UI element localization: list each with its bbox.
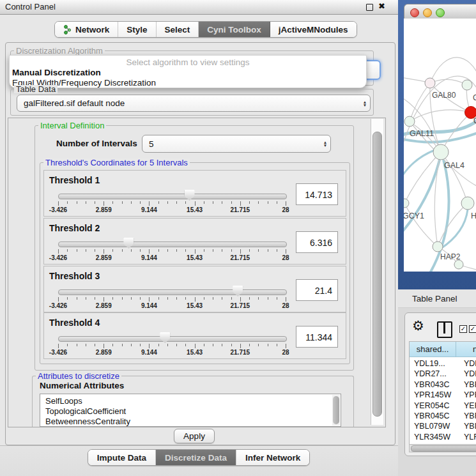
- algorithm-dropdown-popup: Select algorithm to view settings Manual…: [9, 55, 367, 88]
- vertical-scrollbar-thumb[interactable]: [372, 132, 382, 417]
- table-row[interactable]: YDR27...: [414, 369, 447, 378]
- table-row[interactable]: YDL19...: [414, 359, 445, 368]
- attribute-item-selfloops[interactable]: SelfLoops: [45, 396, 82, 406]
- column-header-name[interactable]: n: [456, 342, 476, 357]
- table-row[interactable]: YBR043C: [414, 380, 450, 389]
- apply-button[interactable]: Apply: [174, 429, 215, 443]
- spinner-arrows-icon: ▲▼: [320, 141, 330, 147]
- slider-track[interactable]: [58, 194, 287, 199]
- table-row[interactable]: YPR145W: [414, 390, 451, 399]
- tab-discretize-data[interactable]: Discretize Data: [156, 450, 236, 465]
- list-scrollbar-thumb[interactable]: [333, 396, 339, 424]
- tab-network[interactable]: Network: [55, 22, 118, 37]
- tick-mark: [95, 201, 95, 204]
- dropdown-option-equal-width-frequency[interactable]: Equal Width/Frequency Discretization: [12, 78, 362, 88]
- tick-mark: [95, 249, 95, 252]
- list-scrollbar-track[interactable]: [332, 395, 340, 426]
- table-row[interactable]: YDL1: [464, 359, 476, 368]
- gear-icon[interactable]: ⚙: [412, 318, 424, 334]
- table-data-combobox[interactable]: galFiltered.sif default node ▲▼: [17, 95, 371, 112]
- table-row[interactable]: YER054C: [414, 401, 450, 410]
- threshold-value-field[interactable]: 14.713: [296, 183, 338, 205]
- network-node[interactable]: [454, 260, 463, 269]
- tab-impute-data[interactable]: Impute Data: [88, 450, 156, 465]
- threshold-value-field[interactable]: 6.316: [296, 231, 338, 253]
- tick-mark: [112, 249, 113, 252]
- tick-mark: [277, 297, 277, 300]
- threshold-value-field[interactable]: 11.344: [296, 326, 338, 348]
- checked-checkbox-icon[interactable]: ✓: [459, 325, 467, 333]
- dropdown-option-manual-discretization[interactable]: Manual Discretization: [12, 68, 362, 77]
- slider-track[interactable]: [58, 289, 287, 295]
- split-columns-icon[interactable]: [437, 321, 452, 338]
- tick-label: 15.43: [187, 206, 203, 213]
- minimize-traffic-light-icon[interactable]: [423, 8, 432, 17]
- network-edge: [410, 110, 471, 121]
- tick-mark: [67, 297, 68, 300]
- network-node-label: GAL11: [410, 129, 434, 138]
- slider-track[interactable]: [58, 242, 287, 247]
- tab-jactivemnodules[interactable]: jActiveMNodules: [270, 22, 357, 37]
- tab-select[interactable]: Select: [157, 22, 199, 37]
- tick-mark: [231, 249, 232, 252]
- horizontal-scrollbar-thumb[interactable]: [411, 445, 476, 452]
- node-table[interactable]: shared... n YDL19...YDL1YDR27...YDR2YBR0…: [409, 341, 476, 448]
- network-node-hap2[interactable]: [433, 242, 443, 252]
- network-node-gal11[interactable]: [404, 116, 415, 127]
- float-window-icon[interactable]: [366, 4, 373, 11]
- tick-mark: [67, 249, 68, 252]
- tick-mark: [58, 249, 59, 254]
- table-row[interactable]: YDR2: [464, 369, 476, 378]
- table-row[interactable]: YBL0: [464, 422, 476, 431]
- threshold-value-field[interactable]: 21.4: [296, 279, 338, 301]
- tick-label: 28: [282, 302, 289, 309]
- tab-style[interactable]: Style: [118, 22, 156, 37]
- tick-mark: [268, 344, 268, 346]
- horizontal-scrollbar-track[interactable]: [409, 444, 476, 452]
- table-row[interactable]: YPR1: [464, 390, 476, 399]
- network-canvas[interactable]: GAL80GACGAL11GAL4GCY1HHAP2: [404, 19, 476, 272]
- network-node-gal80[interactable]: [425, 78, 435, 88]
- threshold-1-box: Threshold 1-3.4262.8599.14415.4321.71528…: [43, 170, 346, 217]
- table-row[interactable]: YLR345W: [414, 433, 450, 441]
- tick-mark: [258, 344, 259, 346]
- table-row[interactable]: YBR045C: [414, 411, 450, 420]
- tab-infer-network[interactable]: Infer Network: [236, 450, 309, 465]
- tick-mark: [213, 249, 213, 252]
- tick-mark: [77, 201, 77, 204]
- tab-label: jActiveMNodules: [279, 25, 348, 35]
- tick-mark: [213, 201, 213, 204]
- number-of-intervals-value: 5: [142, 139, 320, 149]
- tick-mark: [140, 344, 141, 346]
- network-node-h[interactable]: [461, 197, 474, 210]
- tick-mark: [240, 249, 241, 254]
- close-traffic-light-icon[interactable]: [410, 8, 419, 17]
- tick-mark: [195, 201, 196, 206]
- tick-mark: [149, 249, 150, 254]
- attribute-item-betweennesscentrality[interactable]: BetweennessCentrality: [45, 417, 130, 426]
- table-row[interactable]: YBR0: [464, 411, 476, 420]
- column-header-shared-name[interactable]: shared...: [410, 342, 456, 357]
- table-row[interactable]: YER0: [464, 401, 476, 410]
- zoom-traffic-light-icon[interactable]: [436, 8, 445, 17]
- tab-cyni-toolbox[interactable]: Cyni Toolbox: [199, 22, 270, 37]
- table-row[interactable]: YBL079W: [414, 422, 450, 431]
- slider-track[interactable]: [58, 336, 287, 342]
- table-panel-title: Table Panel: [412, 294, 457, 303]
- tick-mark: [58, 344, 59, 348]
- tick-mark: [222, 201, 222, 204]
- tick-mark: [158, 344, 159, 346]
- attribute-item-topologicalcoefficient[interactable]: TopologicalCoefficient: [45, 406, 126, 416]
- control-panel-titlebar: Control Panel ✖: [0, 0, 398, 15]
- table-row[interactable]: YBR0: [464, 380, 476, 389]
- tick-mark: [67, 344, 68, 346]
- network-node-gcy1[interactable]: [404, 199, 409, 208]
- table-row[interactable]: YLR3: [464, 433, 476, 441]
- tick-mark: [240, 344, 241, 348]
- network-node-ga[interactable]: [462, 80, 472, 90]
- checked-checkbox-icon[interactable]: ✓: [469, 325, 476, 333]
- number-of-intervals-combobox[interactable]: 5 ▲▼: [142, 135, 331, 153]
- numerical-attributes-list[interactable]: SelfLoopsTopologicalCoefficientBetweenne…: [40, 394, 341, 427]
- close-icon[interactable]: ✖: [378, 1, 385, 11]
- network-node-gal4[interactable]: [433, 144, 449, 160]
